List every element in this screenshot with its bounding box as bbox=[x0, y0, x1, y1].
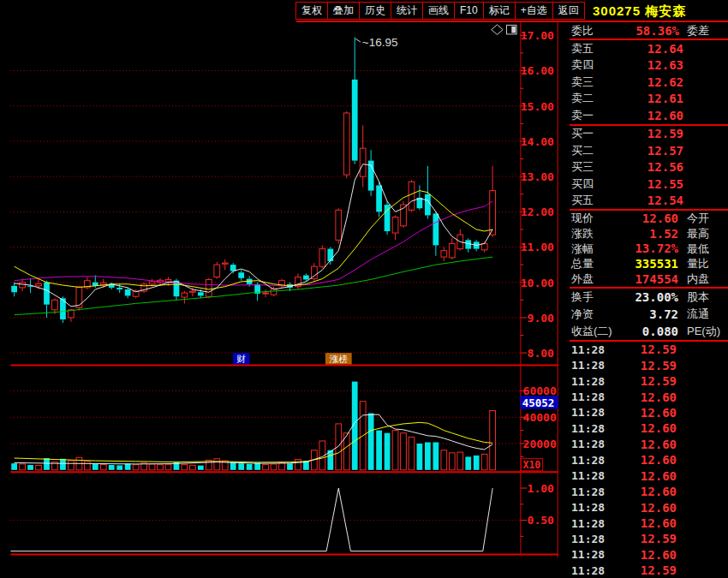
volume-bar-up bbox=[295, 460, 301, 470]
tick-time: 11:28 bbox=[571, 486, 609, 498]
info-row: 总量335531量比 bbox=[570, 256, 728, 271]
candle-down bbox=[303, 276, 309, 280]
tick-price: 12.60 bbox=[609, 501, 726, 515]
volume-bar-down bbox=[230, 462, 236, 470]
volume-bar-up bbox=[190, 465, 196, 470]
candle-up bbox=[392, 217, 398, 234]
stock-code: 300275 bbox=[593, 3, 641, 18]
toolbar-button[interactable]: 返回 bbox=[552, 2, 585, 20]
volume-bar-up bbox=[20, 464, 26, 470]
ask-level-label: 卖五 bbox=[571, 41, 621, 57]
bid-row[interactable]: 买五12.54 bbox=[570, 193, 728, 210]
candle-down bbox=[425, 194, 431, 216]
tick-list: 11:2812.5911:2812.5911:2812.5911:2812.60… bbox=[570, 342, 728, 578]
toolbar-button[interactable]: 统计 bbox=[391, 2, 423, 20]
bid-row[interactable]: 买四12.55 bbox=[570, 176, 728, 193]
bid-level-label: 买二 bbox=[571, 143, 621, 158]
tick-price: 12.60 bbox=[609, 421, 726, 435]
price-axis-label: 12.00 bbox=[521, 206, 554, 218]
bid-level-label: 买一 bbox=[571, 126, 621, 141]
tick-time: 11:28 bbox=[571, 343, 609, 356]
tick-row: 11:2812.60 bbox=[570, 547, 728, 563]
candle-up bbox=[263, 293, 269, 294]
quote-info: 现价12.60今开涨跌1.52最高涨幅13.72%最低总量335531量比外盘1… bbox=[570, 211, 728, 289]
volume-bar-up bbox=[279, 462, 285, 469]
sector-tag-label[interactable]: 涨榜 bbox=[330, 354, 349, 364]
ask-row[interactable]: 卖三12.62 bbox=[570, 74, 728, 91]
quote-info-2: 换手23.00%股本净资3.72流通收益(二)0.080PE(动) bbox=[570, 289, 728, 342]
info-label: 外盘 bbox=[571, 271, 621, 287]
diamond-icon[interactable] bbox=[492, 25, 503, 35]
price-axis-label: 9.00 bbox=[528, 312, 554, 325]
ask-level-label: 卖四 bbox=[571, 57, 621, 73]
price-axis-label: 8.00 bbox=[528, 347, 554, 360]
tick-price: 12.60 bbox=[609, 406, 726, 420]
price-axis-label: 17.00 bbox=[521, 29, 554, 42]
toolbar-button[interactable]: 叠加 bbox=[327, 2, 360, 20]
ask-row[interactable]: 卖五12.64 bbox=[570, 40, 728, 57]
window-icon-fill[interactable] bbox=[511, 27, 516, 33]
info-row: 外盘174554内盘 bbox=[570, 271, 728, 287]
info-label-2: 今开 bbox=[683, 211, 726, 226]
ask-level-label: 卖一 bbox=[571, 108, 621, 123]
volume-bar-up bbox=[449, 453, 455, 470]
tick-row: 11:2812.60 bbox=[570, 484, 728, 499]
volume-bar-down bbox=[92, 463, 98, 470]
toolbar-button[interactable]: 历史 bbox=[359, 2, 391, 20]
info-row: 收益(二)0.080PE(动) bbox=[570, 323, 728, 340]
right-panel: 委比 58.36% 委差 卖五12.64卖四12.63卖三12.62卖二12.6… bbox=[570, 23, 728, 578]
volume-bar-up bbox=[165, 464, 171, 470]
indicator-axis-label: 1.00 bbox=[528, 482, 554, 495]
ask-row[interactable]: 卖二12.61 bbox=[570, 91, 728, 108]
volume-bar-up bbox=[392, 431, 398, 470]
price-axis-label: 14.00 bbox=[521, 135, 554, 148]
tick-time: 11:28 bbox=[571, 564, 609, 577]
volume-bar-down bbox=[44, 458, 50, 470]
info-value: 0.080 bbox=[621, 325, 683, 338]
tick-row: 11:2812.59 bbox=[570, 373, 728, 389]
volume-highlight-value: 45052 bbox=[522, 396, 555, 409]
tick-time: 11:28 bbox=[571, 533, 609, 545]
tick-time: 11:28 bbox=[571, 359, 609, 372]
bid-price: 12.57 bbox=[621, 144, 726, 158]
candle-down bbox=[238, 272, 244, 278]
volume-bar-down bbox=[425, 442, 431, 469]
candle-down bbox=[125, 289, 131, 295]
ask-row[interactable]: 卖一12.60 bbox=[570, 107, 728, 124]
toolbar-button[interactable]: 复权 bbox=[295, 2, 328, 20]
volume-bar-down bbox=[385, 433, 391, 470]
info-value: 13.72% bbox=[621, 241, 683, 255]
price-axis-label: 13.00 bbox=[521, 170, 554, 183]
toolbar-button[interactable]: F10 bbox=[454, 2, 484, 20]
indicator-line bbox=[10, 488, 492, 551]
candle-up bbox=[336, 210, 342, 240]
tick-row: 11:2812.60 bbox=[570, 515, 728, 531]
toolbar-button[interactable]: +自选 bbox=[515, 2, 553, 20]
tick-time: 11:28 bbox=[571, 548, 609, 561]
toolbar-button[interactable]: 画线 bbox=[422, 2, 455, 20]
volume-bar-up bbox=[214, 459, 220, 470]
tick-row: 11:2812.60 bbox=[570, 405, 728, 420]
tick-price: 12.59 bbox=[609, 343, 726, 356]
candle-up bbox=[214, 265, 220, 277]
toolbar-button[interactable]: 标记 bbox=[483, 2, 516, 20]
info-label-2: 最低 bbox=[683, 241, 726, 257]
trading-terminal: 复权叠加历史统计画线F10标记+自选返回 300275 梅安森 17.0016.… bbox=[0, 0, 728, 578]
tick-time: 11:28 bbox=[571, 517, 609, 530]
candle-down bbox=[198, 292, 204, 295]
bid-row[interactable]: 买三12.56 bbox=[570, 159, 728, 176]
info-label: 现价 bbox=[571, 211, 621, 226]
bid-row[interactable]: 买一12.59 bbox=[570, 126, 728, 143]
candle-up bbox=[222, 263, 228, 264]
sector-tag-label[interactable]: 财 bbox=[236, 354, 246, 364]
volume-bar-up bbox=[490, 410, 496, 469]
volume-bar-up bbox=[69, 461, 75, 470]
volume-bar-down bbox=[417, 444, 423, 470]
candle-up bbox=[182, 293, 188, 297]
volume-bar-up bbox=[336, 424, 342, 470]
info-value: 174554 bbox=[621, 272, 683, 286]
volume-bar-down bbox=[247, 464, 253, 470]
ask-row[interactable]: 卖四12.63 bbox=[570, 57, 728, 74]
volume-bar-up bbox=[149, 464, 155, 470]
bid-row[interactable]: 买二12.57 bbox=[570, 142, 728, 159]
